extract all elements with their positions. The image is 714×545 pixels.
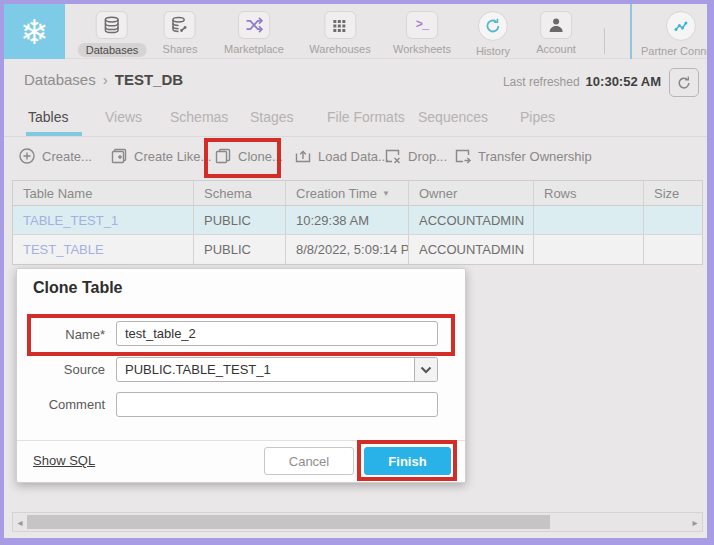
action-bar: Create... Create Like... Clone... Load D… (4, 137, 707, 180)
cancel-button[interactable]: Cancel (264, 447, 354, 475)
nav-history[interactable]: History (476, 11, 510, 57)
source-selected-value: PUBLIC.TABLE_TEST_1 (117, 362, 414, 377)
tab-schemas[interactable]: Schemas (170, 109, 228, 125)
snowflake-logo[interactable]: ❄ (4, 4, 65, 59)
scroll-right-arrow[interactable]: ▸ (688, 513, 702, 531)
modal-title: Clone Table (33, 279, 123, 297)
clone-icon (214, 147, 232, 165)
breadcrumb: Databases›TEST_DB (24, 71, 183, 88)
nav-warehouses[interactable]: Warehouses (309, 11, 370, 55)
tab-stages[interactable]: Stages (250, 109, 294, 125)
nav-databases-label: Databases (78, 43, 147, 57)
transfer-ownership-icon (454, 147, 472, 165)
breadcrumb-separator: › (103, 71, 108, 88)
last-refreshed-time: 10:30:52 AM (586, 74, 661, 89)
nav-partner-connect-label: Partner Connect (641, 45, 707, 57)
col-rows[interactable]: Rows (534, 181, 644, 205)
tables-grid: Table Name Schema Creation Time▼ Owner R… (12, 180, 703, 265)
app-content: ❄ Databases Shares Marketplace (4, 4, 707, 538)
comment-input[interactable] (116, 392, 438, 417)
nav-shares-label: Shares (163, 43, 198, 55)
nav-databases[interactable]: Databases (78, 11, 147, 57)
partner-connect-icon (666, 11, 696, 41)
tab-views[interactable]: Views (105, 109, 142, 125)
drop-icon (384, 147, 402, 165)
clone-button[interactable]: Clone... (214, 147, 283, 165)
snowflake-icon: ❄ (20, 15, 49, 49)
table-link-test-table[interactable]: TEST_TABLE (23, 242, 104, 257)
create-like-icon (110, 147, 128, 165)
toolbar-divider (604, 28, 605, 54)
horizontal-scrollbar[interactable]: ◂ ▸ (12, 512, 703, 532)
col-creation-time[interactable]: Creation Time▼ (286, 181, 409, 205)
breadcrumb-parent[interactable]: Databases (24, 71, 96, 88)
modal-footer-divider (17, 440, 465, 441)
col-schema[interactable]: Schema (194, 181, 286, 205)
clone-table-modal: Clone Table Name* Source PUBLIC.TABLE_TE… (16, 268, 466, 483)
refresh-icon (676, 75, 692, 91)
load-data-icon (294, 147, 312, 165)
name-label: Name* (17, 327, 105, 342)
nav-history-label: History (476, 45, 510, 57)
source-label: Source (17, 362, 105, 377)
transfer-ownership-button[interactable]: Transfer Ownership (454, 147, 592, 165)
breadcrumb-current: TEST_DB (115, 71, 183, 88)
scrollbar-thumb[interactable] (27, 515, 550, 529)
worksheets-icon: >_ (406, 11, 438, 39)
marketplace-icon (238, 11, 270, 39)
col-owner[interactable]: Owner (409, 181, 534, 205)
table-link-table-test-1[interactable]: TABLE_TEST_1 (23, 213, 118, 228)
col-size[interactable]: Size (644, 181, 702, 205)
top-toolbar: ❄ Databases Shares Marketplace (4, 4, 707, 59)
tab-sequences[interactable]: Sequences (418, 109, 488, 125)
tab-file-formats[interactable]: File Formats (327, 109, 405, 125)
nav-worksheets-label: Worksheets (393, 43, 451, 55)
table-row[interactable]: TEST_TABLE PUBLIC 8/8/2022, 5:09:14 P...… (13, 235, 702, 264)
warehouses-icon (324, 11, 356, 39)
nav-account[interactable]: Account (536, 11, 576, 55)
account-icon (540, 11, 572, 39)
scroll-left-arrow[interactable]: ◂ (13, 513, 27, 531)
history-icon (478, 11, 508, 41)
nav-shares[interactable]: Shares (163, 11, 198, 55)
table-row[interactable]: TABLE_TEST_1 PUBLIC 10:29:38 AM ACCOUNTA… (13, 206, 702, 235)
chevron-down-icon[interactable] (414, 358, 437, 381)
required-asterisk: * (100, 327, 105, 342)
table-header-row: Table Name Schema Creation Time▼ Owner R… (13, 181, 702, 206)
nav-warehouses-label: Warehouses (309, 43, 370, 55)
nav-worksheets[interactable]: >_ Worksheets (393, 11, 451, 55)
create-like-button[interactable]: Create Like... (110, 147, 211, 165)
tab-pipes[interactable]: Pipes (520, 109, 555, 125)
source-select[interactable]: PUBLIC.TABLE_TEST_1 (116, 357, 438, 382)
shares-icon (164, 11, 196, 39)
comment-label: Comment (17, 397, 105, 412)
name-input[interactable] (116, 321, 438, 346)
app-window: ❄ Databases Shares Marketplace (0, 0, 714, 545)
tabs-row: Tables Views Schemas Stages File Formats… (4, 101, 707, 137)
nav-marketplace-label: Marketplace (224, 43, 284, 55)
refresh-button[interactable] (669, 68, 699, 97)
nav-account-label: Account (536, 43, 576, 55)
create-button[interactable]: Create... (18, 147, 92, 165)
active-tab-underline (26, 132, 82, 136)
nav-marketplace[interactable]: Marketplace (224, 11, 284, 55)
last-refreshed: Last refreshed10:30:52 AM (503, 74, 661, 89)
toolbar-section-divider (630, 4, 632, 59)
databases-icon (96, 11, 128, 39)
show-sql-link[interactable]: Show SQL (33, 453, 95, 468)
tab-tables[interactable]: Tables (28, 109, 68, 125)
create-icon (18, 147, 36, 165)
finish-button[interactable]: Finish (364, 447, 451, 475)
col-table-name[interactable]: Table Name (13, 181, 194, 205)
nav-partner-connect[interactable]: Partner Connect (641, 11, 707, 57)
load-data-button[interactable]: Load Data... (294, 147, 389, 165)
drop-button[interactable]: Drop... (384, 147, 447, 165)
sort-desc-icon: ▼ (382, 189, 390, 198)
breadcrumb-row: Databases›TEST_DB Last refreshed10:30:52… (4, 59, 707, 101)
